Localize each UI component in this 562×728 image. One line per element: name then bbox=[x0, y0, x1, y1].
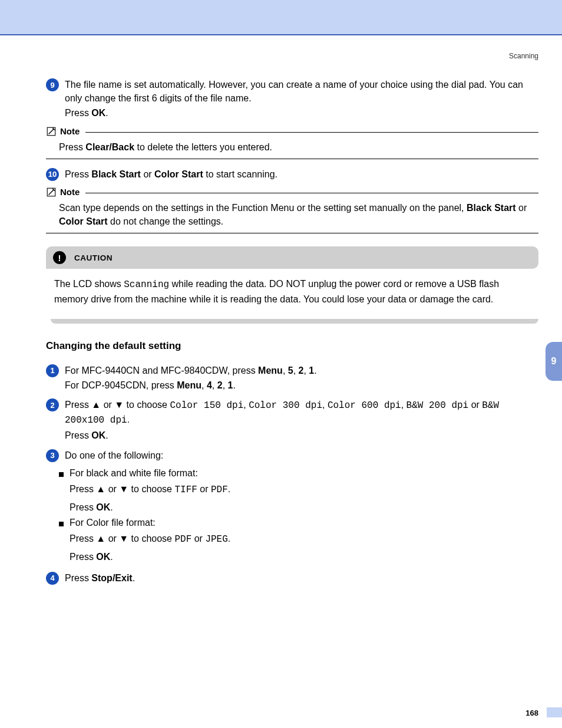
s10-c: or bbox=[141, 169, 154, 179]
scanning-lcd-text: Scanning bbox=[124, 279, 169, 290]
opt-color-600: Color 600 dpi bbox=[328, 400, 401, 411]
step-number-2: 2 bbox=[46, 398, 59, 411]
caution-head: ! CAUTION bbox=[46, 246, 538, 269]
down-arrow-icon: ▼ bbox=[119, 533, 128, 543]
step-10-body: Press Black Start or Color Start to star… bbox=[65, 167, 538, 181]
ok-key: OK bbox=[96, 552, 110, 562]
step-9-text: The file name is set automatically. Howe… bbox=[65, 80, 523, 103]
opt-pdf: PDF bbox=[174, 534, 191, 545]
opt-color-150: Color 150 dpi bbox=[170, 400, 243, 411]
caution-body: The LCD shows Scanning while reading the… bbox=[46, 269, 538, 318]
page-number: 168 bbox=[0, 709, 562, 717]
n2-e: do not change the settings. bbox=[108, 216, 224, 226]
top-banner bbox=[0, 0, 562, 35]
stop-exit-key: Stop/Exit bbox=[91, 573, 132, 583]
step-number-4: 4 bbox=[46, 572, 59, 585]
black-start-key: Black Start bbox=[91, 169, 141, 179]
note-1-body: Press Clear/Back to delete the letters y… bbox=[46, 137, 538, 159]
opt-color-300: Color 300 dpi bbox=[249, 400, 322, 411]
color-start-key: Color Start bbox=[59, 216, 108, 226]
cd-step-3: 3 Do one of the following: bbox=[46, 449, 538, 462]
color-line-1: Press ▲ or ▼ to choose PDF or JPEG. bbox=[70, 532, 538, 546]
ok-key: OK bbox=[96, 502, 110, 512]
s10-a: Press bbox=[65, 169, 91, 179]
note-1-c: to delete the letters you entered. bbox=[134, 142, 272, 152]
step-9-press: Press bbox=[65, 108, 91, 118]
cd-step-1-body: For MFC-9440CN and MFC-9840CDW, press Me… bbox=[65, 364, 538, 392]
opt-bw-200: B&W 200 dpi bbox=[406, 400, 469, 411]
n2-a: Scan type depends on the settings in the… bbox=[59, 203, 467, 213]
ok-key: OK bbox=[91, 108, 105, 118]
cd-step-4-body: Press Stop/Exit. bbox=[65, 571, 538, 585]
down-arrow-icon: ▼ bbox=[119, 484, 128, 494]
up-arrow-icon: ▲ bbox=[96, 533, 105, 543]
s3-intro: Do one of the following: bbox=[65, 450, 163, 460]
note-2: Note Scan type depends on the settings i… bbox=[46, 187, 538, 233]
bw-head: For black and white file format: bbox=[70, 468, 198, 479]
step-9-body: The file name is set automatically. Howe… bbox=[65, 78, 538, 120]
section-changing-default: Changing the default setting bbox=[46, 340, 538, 352]
s10-e: to start scanning. bbox=[203, 169, 277, 179]
note-2-body: Scan type depends on the settings in the… bbox=[46, 197, 538, 233]
page-content: Scanning 9 The file name is set automati… bbox=[0, 35, 562, 602]
square-bullet-icon bbox=[59, 522, 64, 526]
s1-a: For MFC-9440CN and MFC-9840CDW, press bbox=[65, 365, 258, 375]
caution-title: CAUTION bbox=[74, 253, 113, 262]
step-number-10: 10 bbox=[46, 168, 59, 181]
color-head: For Color file format: bbox=[70, 518, 156, 528]
note-icon bbox=[46, 187, 57, 197]
cd-step-2-body: Press ▲ or ▼ to choose Color 150 dpi, Co… bbox=[65, 398, 538, 443]
step-number-1: 1 bbox=[46, 364, 59, 377]
chapter-tab: 9 bbox=[546, 342, 562, 381]
cd-step-1: 1 For MFC-9440CN and MFC-9840CDW, press … bbox=[46, 364, 538, 392]
color-format-item: For Color file format: bbox=[59, 518, 538, 528]
opt-tiff: TIFF bbox=[174, 485, 197, 495]
cd-step-2: 2 Press ▲ or ▼ to choose Color 150 dpi, … bbox=[46, 398, 538, 443]
note-1-a: Press bbox=[59, 142, 85, 152]
cd-step-3-body: Do one of the following: bbox=[65, 449, 538, 462]
caution-icon: ! bbox=[53, 251, 66, 264]
menu-key: Menu bbox=[258, 365, 283, 375]
bw-format-item: For black and white file format: bbox=[59, 468, 538, 479]
note-icon bbox=[46, 126, 57, 137]
note-title: Note bbox=[60, 126, 80, 136]
opt-jpeg: JPEG bbox=[205, 534, 227, 545]
black-start-key: Black Start bbox=[467, 203, 516, 213]
bw-line-1: Press ▲ or ▼ to choose TIFF or PDF. bbox=[70, 482, 538, 497]
note-1: Note Press Clear/Back to delete the lett… bbox=[46, 126, 538, 159]
step-number-9: 9 bbox=[46, 78, 59, 91]
step-9: 9 The file name is set automatically. Ho… bbox=[46, 78, 538, 120]
bw-line-2: Press OK. bbox=[70, 500, 538, 514]
step-number-3: 3 bbox=[46, 449, 59, 462]
up-arrow-icon: ▲ bbox=[96, 484, 105, 494]
up-arrow-icon: ▲ bbox=[91, 400, 101, 410]
menu-key: Menu bbox=[177, 380, 201, 390]
cd-step-4: 4 Press Stop/Exit. bbox=[46, 571, 538, 585]
caution-a: The LCD shows bbox=[54, 279, 124, 289]
step-9-period: . bbox=[105, 108, 108, 118]
running-header: Scanning bbox=[46, 52, 538, 60]
down-arrow-icon: ▼ bbox=[114, 400, 124, 410]
n2-c: or bbox=[516, 203, 527, 213]
caution-block: ! CAUTION The LCD shows Scanning while r… bbox=[46, 246, 538, 323]
step-10: 10 Press Black Start or Color Start to s… bbox=[46, 167, 538, 181]
opt-pdf: PDF bbox=[211, 485, 228, 495]
color-line-2: Press OK. bbox=[70, 550, 538, 564]
note-title: Note bbox=[60, 187, 80, 197]
color-start-key: Color Start bbox=[154, 169, 203, 179]
square-bullet-icon bbox=[59, 472, 64, 477]
clear-back-key: Clear/Back bbox=[85, 142, 134, 152]
ok-key: OK bbox=[91, 430, 105, 440]
s1-d: For DCP-9045CDN, press bbox=[65, 380, 177, 390]
